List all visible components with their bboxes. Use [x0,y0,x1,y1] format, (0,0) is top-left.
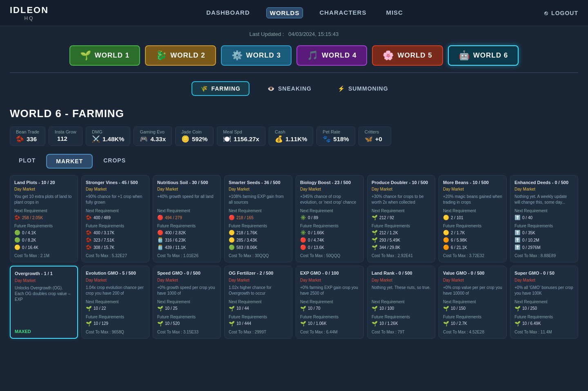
card-cost-max-5: Cost To Max : 2.92E41 [372,253,431,258]
market-card-12[interactable]: EXP GMO - 0 / 100 Day Market +0% farming… [296,266,364,338]
market-card-10[interactable]: Speed GMO - 0 / 500 Day Market +0% growt… [153,266,221,338]
world-tabs: 🌱 WORLD 1 🐉 WORLD 2 ⚙️ WORLD 3 🎵 WORLD 4… [0,42,588,69]
card-cost-max-13: Cost To Max : 79T [372,330,431,334]
future-req-icon: 🌱 [372,230,378,235]
req-icon: 🌱 [86,306,92,311]
world4-icon: 🎵 [307,50,318,61]
card-desc-2: +40% growth speed for all land [157,194,216,205]
sub-tab-market[interactable]: MARKET [46,154,93,169]
card-future-req-4-1: 🔴 0 / 4.74K [300,237,359,243]
card-future-req-label-2: Future Requirements [157,224,216,228]
card-future-req-label-14: Future Requirements [443,315,502,319]
req-val: 494 / 279 [165,215,182,220]
future-req-val: 218 / 1.76K [236,231,257,235]
world-tab-5[interactable]: 🌸 WORLD 5 [372,45,443,66]
future-req-val: 0 / 4.1K [22,231,36,235]
stats-bar: Bean Trade 🫘 336 Insta Grow 112 DMG ⚔️ 1… [0,123,588,149]
market-card-15[interactable]: Super GMO - 0 / 50 Day Market +0% all 'G… [510,266,578,338]
card-future-req-label-3: Future Requirements [229,224,288,228]
sub-tab-plot[interactable]: PLOT [10,154,45,169]
market-card-8[interactable]: Overgrowth - 1 / 1 Day Market Unlocks Ov… [10,266,78,338]
req-icon: 🌱 [157,306,163,311]
tab-summoning[interactable]: ⚡ SUMMONING [330,81,396,96]
card-future-req-label-0: Future Requirements [14,224,74,228]
card-next-req-2-0: 🔴 494 / 279 [157,215,216,220]
nav-misc[interactable]: MISC [383,7,406,18]
card-title-12: EXP GMO - 0 / 100 [300,270,359,276]
market-card-2[interactable]: Nutritious Soil - 30 / 500 Day Market +4… [153,175,221,262]
stat-value-8: 🦋 +0 [365,135,385,143]
card-future-req-3-2: 🟢 583 / 8.06K [229,244,288,250]
market-card-14[interactable]: Value GMO - 0 / 500 Day Market +0% crop … [439,266,507,338]
nav-characters[interactable]: CHARACTERS [316,7,370,18]
nav-dashboard[interactable]: DASHBOARD [203,7,253,18]
future-req-val: 400 / 2.82K [165,231,186,235]
future-req-icon: 🟡 [14,244,20,250]
market-card-1[interactable]: Stronger Vines - 45 / 500 Day Market +90… [81,175,149,262]
market-card-9[interactable]: Evolution GMO - 5 / 500 Day Market 1.04x… [81,266,149,338]
market-card-4[interactable]: Biology Boost - 23 / 500 Day Market +345… [296,175,364,262]
card-next-req-4-0: ✳️ 0 / 89 [300,215,359,220]
future-req-val: 10 / 129 [94,321,108,326]
world-tab-3[interactable]: ⚙️ WORLD 3 [221,45,292,66]
req-icon: 🌱 [372,306,378,311]
market-card-13[interactable]: Land Rank - 0 / 500 Day Market Nothing y… [367,266,435,338]
card-next-req-13-0: 🌱 10 / 100 [372,306,431,311]
card-future-req-label-5: Future Requirements [372,224,431,228]
future-req-icon: 🟡 [229,237,235,243]
last-updated: Last Updated : 04/03/2024, 15:15:43 [0,26,588,42]
card-future-req-14-0: 🌱 10 / 2.7K [443,321,502,327]
future-req-val: 10 / 6.49K [522,321,541,326]
card-future-req-7-2: ⬆️ 0 / 2976M [514,244,574,250]
market-card-3[interactable]: Smarter Seeds - 36 / 500 Day Market +108… [224,175,292,262]
market-card-7[interactable]: Enhanced Deeds - 0 / 500 Day Market Noth… [510,175,578,262]
card-title-7: Enhanced Deeds - 0 / 500 [514,180,574,185]
future-req-val: 323 / 7.51K [94,238,114,242]
stat-label-7: Pet Rate [323,129,349,134]
logout-button[interactable]: ⎋ LOGOUT [544,10,578,16]
tab-sneaking[interactable]: 👁️ SNEAKING [259,81,320,96]
card-desc-3: +108% farming EXP gain from all sources [229,194,288,205]
future-req-icon: 🌱 [372,321,378,327]
card-title-8: Overgrowth - 1 / 1 [15,271,73,276]
market-card-6[interactable]: More Beans - 10 / 500 Day Market +20% ma… [439,175,507,262]
req-val: 0 / 89 [308,215,318,220]
req-val: 10 / 150 [451,306,466,311]
future-req-icon: 🟢 [229,244,235,250]
market-card-11[interactable]: OG Fertilizer - 2 / 500 Day Market 1.02x… [224,266,292,338]
world-tab-2[interactable]: 🐉 WORLD 2 [145,45,216,66]
card-future-req-label-10: Future Requirements [157,315,216,319]
world-tab-1[interactable]: 🌱 WORLD 1 [69,45,140,66]
future-req-val: 308 / 15.7K [94,245,114,250]
req-val: 10 / 250 [522,306,537,311]
req-val: 212 / 92 [379,215,394,220]
market-card-5[interactable]: Produce Doubler - 10 / 500 Day Market +3… [367,175,435,262]
card-cost-max-15: Cost To Max : 11.4M [514,330,574,334]
card-source-4: Day Market [300,187,359,191]
future-req-val: 293 / 5.49K [379,238,400,242]
tab-farming[interactable]: 🌾 FARMING [192,81,249,96]
future-req-val: 0 / 1.66K [308,231,324,235]
world-tab-6[interactable]: 🤖 WORLD 6 [448,45,519,66]
stat-icon-8: 🦋 [365,135,373,143]
card-future-req-11-0: 🌱 10 / 444 [229,321,288,327]
future-req-icon: 🫙 [157,237,163,243]
future-req-val: 6 / 21.1K [451,245,467,250]
card-title-13: Land Rank - 0 / 500 [372,270,431,276]
card-title-1: Stronger Vines - 45 / 500 [86,180,145,185]
card-next-req-11-0: 🌱 10 / 44 [229,306,288,311]
card-title-14: Value GMO - 0 / 500 [443,270,502,276]
farming-icon: 🌾 [200,85,208,92]
future-req-val: 439 / 11.1K [165,245,186,250]
market-cards-grid: Land Plots - 10 / 20 Day Market You get … [0,170,588,344]
future-req-icon: 🟠 [443,244,449,250]
nav-worlds[interactable]: WORLDS [266,7,303,18]
summoning-icon: ⚡ [338,85,345,92]
card-desc-1: +90% chance for +1 crop when fully grown [86,194,145,205]
card-desc-7: Nothing yet. A weekly update will change… [514,194,574,205]
sub-tab-crops[interactable]: CROPS [94,154,135,169]
future-req-icon: 🌱 [372,244,378,250]
world-tab-4[interactable]: 🎵 WORLD 4 [296,45,367,66]
card-desc-5: +30% chance for crops to be worth 2x whe… [372,194,431,205]
market-card-0[interactable]: Land Plots - 10 / 20 Day Market You get … [10,175,78,262]
